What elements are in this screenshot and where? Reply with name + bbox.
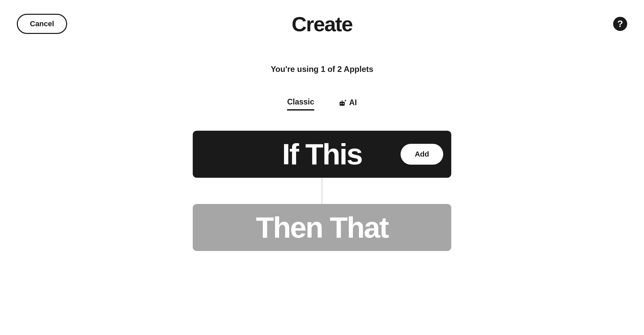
tab-classic[interactable]: Classic: [287, 97, 314, 111]
tab-classic-label: Classic: [287, 97, 314, 107]
svg-rect-1: [342, 100, 342, 101]
tab-ai[interactable]: AI: [338, 98, 357, 110]
add-trigger-button[interactable]: Add: [401, 144, 443, 165]
then-that-label: Then That: [256, 210, 388, 245]
connector-line: [321, 178, 323, 204]
svg-rect-0: [339, 101, 344, 106]
usage-text: You're using 1 of 2 Applets: [271, 65, 373, 74]
main-content: You're using 1 of 2 Applets Classic AI I…: [0, 37, 644, 251]
if-this-label: If This: [282, 137, 362, 171]
robot-icon: [338, 98, 347, 107]
top-bar: Cancel Create ?: [0, 0, 644, 37]
blocks-container: If This Add Then That: [193, 131, 451, 251]
cancel-button[interactable]: Cancel: [17, 14, 67, 34]
svg-point-2: [340, 103, 341, 104]
help-icon: ?: [617, 18, 623, 29]
tab-ai-label: AI: [349, 98, 357, 107]
page-title: Create: [292, 12, 353, 36]
tabs: Classic AI: [287, 97, 357, 111]
help-button[interactable]: ?: [613, 17, 627, 31]
then-that-block[interactable]: Then That: [193, 204, 451, 251]
svg-point-3: [342, 103, 343, 104]
if-this-block[interactable]: If This Add: [193, 131, 451, 178]
